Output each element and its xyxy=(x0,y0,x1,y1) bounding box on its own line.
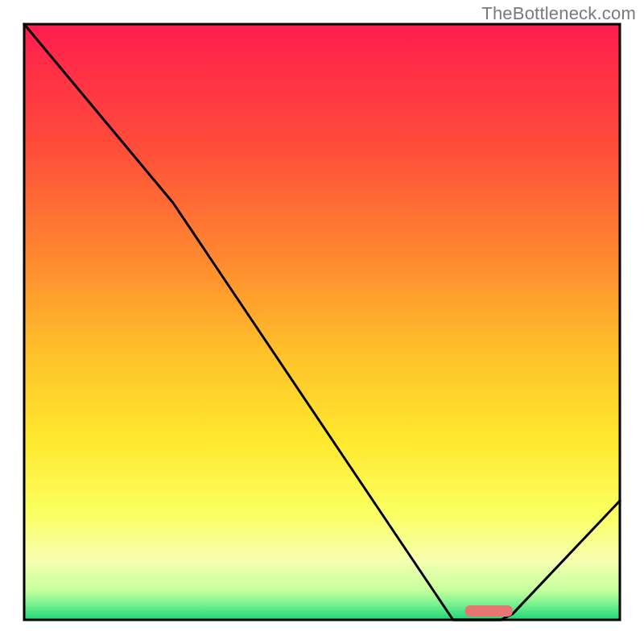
watermark-text: TheBottleneck.com xyxy=(481,3,636,24)
chart-container: TheBottleneck.com xyxy=(0,0,644,644)
bottleneck-chart xyxy=(0,0,644,644)
optimal-zone-marker xyxy=(465,605,513,617)
plot-area-gradient xyxy=(24,24,620,620)
